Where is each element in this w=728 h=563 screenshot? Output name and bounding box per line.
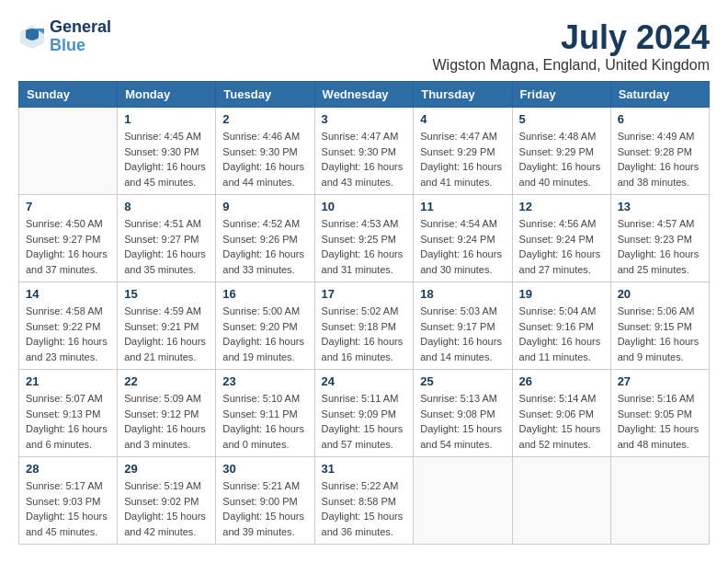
day-number: 14 xyxy=(26,287,110,301)
weekday-header-friday: Friday xyxy=(512,82,610,108)
calendar-cell: 18Sunrise: 5:03 AM Sunset: 9:17 PM Dayli… xyxy=(414,282,512,370)
day-info: Sunrise: 5:10 AM Sunset: 9:11 PM Dayligh… xyxy=(222,391,307,452)
weekday-header-tuesday: Tuesday xyxy=(216,82,314,108)
calendar-cell: 7Sunrise: 4:50 AM Sunset: 9:27 PM Daylig… xyxy=(19,195,118,282)
day-number: 19 xyxy=(519,287,604,301)
page-header: General Blue July 2024 Wigston Magna, En… xyxy=(18,18,710,74)
day-info: Sunrise: 5:11 AM Sunset: 9:09 PM Dayligh… xyxy=(322,391,407,452)
day-number: 17 xyxy=(322,287,407,301)
calendar-cell: 11Sunrise: 4:54 AM Sunset: 9:24 PM Dayli… xyxy=(414,195,512,282)
day-number: 13 xyxy=(618,200,702,213)
day-number: 20 xyxy=(618,287,702,301)
calendar-cell: 2Sunrise: 4:46 AM Sunset: 9:30 PM Daylig… xyxy=(216,108,314,195)
day-number: 5 xyxy=(519,112,604,126)
day-info: Sunrise: 5:04 AM Sunset: 9:16 PM Dayligh… xyxy=(519,304,604,364)
day-number: 7 xyxy=(26,200,110,213)
day-info: Sunrise: 4:58 AM Sunset: 9:22 PM Dayligh… xyxy=(26,304,110,364)
day-info: Sunrise: 4:50 AM Sunset: 9:27 PM Dayligh… xyxy=(26,216,110,277)
day-number: 8 xyxy=(124,200,209,213)
weekday-header-thursday: Thursday xyxy=(414,82,512,108)
calendar-cell: 6Sunrise: 4:49 AM Sunset: 9:28 PM Daylig… xyxy=(610,108,709,195)
day-number: 28 xyxy=(26,462,110,476)
day-info: Sunrise: 5:14 AM Sunset: 9:06 PM Dayligh… xyxy=(519,391,604,452)
day-info: Sunrise: 4:45 AM Sunset: 9:30 PM Dayligh… xyxy=(124,129,209,190)
calendar-cell: 5Sunrise: 4:48 AM Sunset: 9:29 PM Daylig… xyxy=(512,108,610,195)
month-title: July 2024 xyxy=(432,18,710,57)
day-number: 12 xyxy=(519,200,604,213)
calendar-cell: 16Sunrise: 5:00 AM Sunset: 9:20 PM Dayli… xyxy=(216,282,314,370)
week-row-4: 21Sunrise: 5:07 AM Sunset: 9:13 PM Dayli… xyxy=(19,370,710,457)
weekday-header-monday: Monday xyxy=(118,82,216,108)
weekday-header-wednesday: Wednesday xyxy=(314,82,414,108)
day-number: 27 xyxy=(618,374,702,388)
day-info: Sunrise: 5:19 AM Sunset: 9:02 PM Dayligh… xyxy=(124,478,209,539)
day-info: Sunrise: 4:49 AM Sunset: 9:28 PM Dayligh… xyxy=(618,129,702,190)
day-number: 10 xyxy=(322,200,407,213)
day-info: Sunrise: 5:13 AM Sunset: 9:08 PM Dayligh… xyxy=(420,391,505,452)
day-info: Sunrise: 4:56 AM Sunset: 9:24 PM Dayligh… xyxy=(519,216,604,277)
day-info: Sunrise: 5:06 AM Sunset: 9:15 PM Dayligh… xyxy=(618,304,702,364)
calendar-cell: 27Sunrise: 5:16 AM Sunset: 9:05 PM Dayli… xyxy=(610,370,709,457)
day-info: Sunrise: 5:03 AM Sunset: 9:17 PM Dayligh… xyxy=(420,304,505,364)
title-section: July 2024 Wigston Magna, England, United… xyxy=(432,18,710,74)
calendar-cell: 25Sunrise: 5:13 AM Sunset: 9:08 PM Dayli… xyxy=(414,370,512,457)
calendar-cell xyxy=(610,457,709,545)
logo-icon xyxy=(18,23,46,51)
day-number: 15 xyxy=(124,287,209,301)
day-number: 6 xyxy=(618,112,702,126)
day-info: Sunrise: 5:22 AM Sunset: 8:58 PM Dayligh… xyxy=(322,478,407,539)
calendar-cell: 15Sunrise: 4:59 AM Sunset: 9:21 PM Dayli… xyxy=(118,282,216,370)
calendar-cell: 8Sunrise: 4:51 AM Sunset: 9:27 PM Daylig… xyxy=(118,195,216,282)
day-number: 11 xyxy=(420,200,505,213)
day-number: 23 xyxy=(222,374,307,388)
calendar-cell: 19Sunrise: 5:04 AM Sunset: 9:16 PM Dayli… xyxy=(512,282,610,370)
day-info: Sunrise: 4:48 AM Sunset: 9:29 PM Dayligh… xyxy=(519,129,604,190)
calendar-cell: 22Sunrise: 5:09 AM Sunset: 9:12 PM Dayli… xyxy=(118,370,216,457)
day-number: 24 xyxy=(322,374,407,388)
logo: General Blue xyxy=(18,18,111,55)
day-number: 1 xyxy=(124,112,209,126)
day-info: Sunrise: 5:00 AM Sunset: 9:20 PM Dayligh… xyxy=(222,304,307,364)
weekday-header-row: SundayMondayTuesdayWednesdayThursdayFrid… xyxy=(19,82,710,108)
day-number: 21 xyxy=(26,374,110,388)
calendar-cell: 14Sunrise: 4:58 AM Sunset: 9:22 PM Dayli… xyxy=(19,282,118,370)
calendar-cell xyxy=(19,108,118,195)
day-info: Sunrise: 4:47 AM Sunset: 9:29 PM Dayligh… xyxy=(420,129,505,190)
calendar-cell: 9Sunrise: 4:52 AM Sunset: 9:26 PM Daylig… xyxy=(216,195,314,282)
day-number: 9 xyxy=(222,200,307,213)
week-row-3: 14Sunrise: 4:58 AM Sunset: 9:22 PM Dayli… xyxy=(19,282,710,370)
day-info: Sunrise: 4:51 AM Sunset: 9:27 PM Dayligh… xyxy=(124,216,209,277)
day-info: Sunrise: 5:21 AM Sunset: 9:00 PM Dayligh… xyxy=(222,478,307,539)
day-number: 3 xyxy=(322,112,407,126)
calendar-cell: 13Sunrise: 4:57 AM Sunset: 9:23 PM Dayli… xyxy=(610,195,709,282)
calendar-cell: 1Sunrise: 4:45 AM Sunset: 9:30 PM Daylig… xyxy=(118,108,216,195)
day-number: 22 xyxy=(124,374,209,388)
calendar-cell xyxy=(414,457,512,545)
day-number: 30 xyxy=(222,462,307,476)
day-info: Sunrise: 4:59 AM Sunset: 9:21 PM Dayligh… xyxy=(124,304,209,364)
logo-text: General Blue xyxy=(50,18,111,55)
calendar-cell: 20Sunrise: 5:06 AM Sunset: 9:15 PM Dayli… xyxy=(610,282,709,370)
day-number: 25 xyxy=(420,374,505,388)
day-info: Sunrise: 4:57 AM Sunset: 9:23 PM Dayligh… xyxy=(618,216,702,277)
week-row-1: 1Sunrise: 4:45 AM Sunset: 9:30 PM Daylig… xyxy=(19,108,710,195)
calendar-cell: 29Sunrise: 5:19 AM Sunset: 9:02 PM Dayli… xyxy=(118,457,216,545)
day-info: Sunrise: 4:54 AM Sunset: 9:24 PM Dayligh… xyxy=(420,216,505,277)
calendar-cell: 17Sunrise: 5:02 AM Sunset: 9:18 PM Dayli… xyxy=(314,282,414,370)
day-info: Sunrise: 5:17 AM Sunset: 9:03 PM Dayligh… xyxy=(26,478,110,539)
day-info: Sunrise: 4:46 AM Sunset: 9:30 PM Dayligh… xyxy=(222,129,307,190)
day-number: 26 xyxy=(519,374,604,388)
day-number: 31 xyxy=(322,462,407,476)
calendar-table: SundayMondayTuesdayWednesdayThursdayFrid… xyxy=(18,81,710,545)
calendar-cell: 12Sunrise: 4:56 AM Sunset: 9:24 PM Dayli… xyxy=(512,195,610,282)
calendar-cell: 10Sunrise: 4:53 AM Sunset: 9:25 PM Dayli… xyxy=(314,195,414,282)
calendar-cell: 4Sunrise: 4:47 AM Sunset: 9:29 PM Daylig… xyxy=(414,108,512,195)
day-number: 29 xyxy=(124,462,209,476)
day-number: 2 xyxy=(222,112,307,126)
calendar-cell: 24Sunrise: 5:11 AM Sunset: 9:09 PM Dayli… xyxy=(314,370,414,457)
calendar-cell: 26Sunrise: 5:14 AM Sunset: 9:06 PM Dayli… xyxy=(512,370,610,457)
day-info: Sunrise: 5:09 AM Sunset: 9:12 PM Dayligh… xyxy=(124,391,209,452)
calendar-cell: 3Sunrise: 4:47 AM Sunset: 9:30 PM Daylig… xyxy=(314,108,414,195)
calendar-cell: 31Sunrise: 5:22 AM Sunset: 8:58 PM Dayli… xyxy=(314,457,414,545)
calendar-cell: 23Sunrise: 5:10 AM Sunset: 9:11 PM Dayli… xyxy=(216,370,314,457)
